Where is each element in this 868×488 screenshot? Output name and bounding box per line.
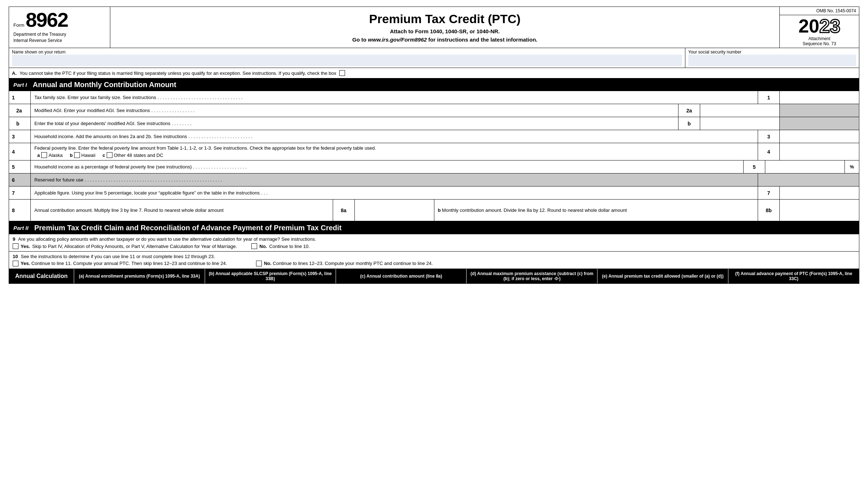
line-5-input[interactable]: [765, 160, 844, 173]
line-7-num: 7: [9, 187, 31, 199]
th-col-d: (d) Annual maximum premium assistance (s…: [467, 269, 597, 283]
line-2b-input[interactable]: [700, 117, 779, 130]
form-right-header: OMB No. 1545-0074 2023 Attachment Sequen…: [779, 7, 859, 48]
line-1-input[interactable]: [779, 91, 859, 104]
form-body-part1: 1 Tax family size. Enter your tax family…: [9, 91, 859, 221]
line-1-num: 1: [9, 91, 31, 104]
line-2b-entry-label: b: [678, 117, 700, 130]
line-3-desc: Household income. Add the amounts on lin…: [31, 130, 758, 143]
name-ssn-row: Name shown on your return Your social se…: [9, 48, 859, 68]
line-5: 5 Household income as a percentage of fe…: [9, 160, 859, 174]
line-10-no: No. Continue to lines 12–23. Compute you…: [256, 261, 433, 266]
part-a-label: A.: [12, 70, 17, 76]
line-9-yes: Yes. Skip to Part IV, Allocation of Poli…: [13, 243, 237, 249]
line-4: 4 Federal poverty line. Enter the federa…: [9, 143, 859, 160]
ssn-field: Your social security number: [685, 48, 859, 68]
line-4-entry-label: 4: [758, 143, 779, 160]
line-2b-desc: Enter the total of your dependents' modi…: [31, 117, 678, 130]
line-8a-section: 8 Annual contribution amount. Multiply l…: [9, 200, 434, 221]
form-subtitle2: Go to www.irs.gov/Form8962 for instructi…: [118, 37, 772, 43]
line-2b: b Enter the total of your dependents' mo…: [9, 117, 859, 130]
other48-checkbox[interactable]: [107, 152, 112, 158]
line-10-yes-checkbox[interactable]: [13, 261, 18, 266]
form-left-header: Form 8962 Department of the Treasury Int…: [9, 7, 110, 48]
line-2a: 2a Modified AGI. Enter your modified AGI…: [9, 104, 859, 117]
line-7-entry-label: 7: [758, 187, 779, 199]
ssn-label: Your social security number: [688, 50, 856, 55]
attachment: Attachment Sequence No. 73: [803, 36, 836, 46]
form-center-header: Premium Tax Credit (PTC) Attach to Form …: [110, 7, 779, 48]
line-9-options: Yes. Skip to Part IV, Allocation of Poli…: [13, 243, 855, 249]
name-field: Name shown on your return: [9, 48, 685, 68]
line-8b-section: b Monthly contribution amount. Divide li…: [434, 200, 859, 221]
year-block: 2023 Attachment Sequence No. 73: [780, 15, 859, 48]
line-8a-num: 8: [9, 200, 31, 221]
part-a-checkbox[interactable]: [339, 70, 345, 76]
table-header: Annual Calculation (a) Annual enrollment…: [9, 269, 859, 284]
part-a: A. You cannot take the PTC if your filin…: [9, 68, 859, 78]
year-bold: 23: [820, 16, 841, 37]
line-4-num: 4: [9, 143, 31, 160]
line-10-no-checkbox[interactable]: [256, 261, 262, 266]
line-9-no-checkbox[interactable]: [251, 243, 257, 249]
line-2a-input[interactable]: [700, 104, 779, 117]
line-9: 9 Are you allocating policy amounts with…: [9, 234, 859, 252]
line-3-entry-label: 3: [758, 130, 779, 143]
ssn-input[interactable]: [688, 55, 856, 66]
line-8b-entry-label: 8b: [758, 200, 779, 221]
name-label: Name shown on your return: [12, 50, 682, 55]
line-2b-num: b: [9, 117, 31, 130]
line-8a-input[interactable]: [354, 200, 434, 221]
line-9-yes-checkbox[interactable]: [13, 243, 18, 249]
line-2a-entry-label: 2a: [678, 104, 700, 117]
line-5-desc: Household income as a percentage of fede…: [31, 160, 743, 173]
th-col-a: (a) Annual enrollment premiums (Form(s) …: [74, 269, 205, 283]
dept-text: Department of the Treasury Internal Reve…: [13, 31, 106, 44]
th-col-f: (f) Annual advance payment of PTC (Form(…: [728, 269, 859, 283]
line-3-input[interactable]: [779, 130, 859, 143]
line-8: 8 Annual contribution amount. Multiply l…: [9, 200, 859, 221]
line-4-desc: Federal poverty line. Enter the federal …: [31, 143, 758, 160]
name-input[interactable]: [12, 55, 682, 66]
line-6: 6 Reserved for future use . . . . . . . …: [9, 174, 859, 187]
line-6-num: 6: [9, 174, 31, 186]
part2-badge: Part II: [13, 225, 29, 231]
th-col-b: (b) Annual applicable SLCSP premium (For…: [205, 269, 336, 283]
part2-header: Part II Premium Tax Credit Claim and Rec…: [9, 221, 859, 234]
line-7: 7 Applicable figure. Using your line 5 p…: [9, 187, 859, 200]
line-2a-num: 2a: [9, 104, 31, 117]
form-title: Premium Tax Credit (PTC): [118, 12, 772, 26]
part1-title: Annual and Monthly Contribution Amount: [33, 81, 176, 89]
line-10: 10 See the instructions to determine if …: [9, 252, 859, 269]
part2-title: Premium Tax Credit Claim and Reconciliat…: [34, 224, 342, 232]
th-col-c: (c) Annual contribution amount (line 8a): [336, 269, 467, 283]
line-8b-desc: b Monthly contribution amount. Divide li…: [434, 200, 758, 221]
line-9-no: No. Continue to line 10.: [251, 243, 310, 249]
line-7-input[interactable]: [779, 187, 859, 199]
form-header: Form 8962 Department of the Treasury Int…: [9, 7, 859, 48]
line-5-num: 5: [9, 160, 31, 173]
omb-number: OMB No. 1545-0074: [780, 7, 859, 15]
line-8a-desc: Annual contribution amount. Multiply lin…: [31, 200, 333, 221]
line-3-num: 3: [9, 130, 31, 143]
part1-badge: Part I: [13, 82, 27, 88]
th-annual-calc: Annual Calculation: [9, 269, 74, 283]
form-subtitle1: Attach to Form 1040, 1040-SR, or 1040-NR…: [118, 28, 772, 34]
line-8b-input[interactable]: [779, 200, 859, 221]
alaska-checkbox[interactable]: [41, 152, 47, 158]
year-first: 20: [799, 16, 820, 37]
line-4-input[interactable]: [779, 143, 859, 160]
hawaii-checkbox[interactable]: [74, 152, 80, 158]
line-2b-gray: [779, 117, 859, 130]
line-5-entry-label: 5: [743, 160, 765, 173]
part-a-text: You cannot take the PTC if your filing s…: [20, 70, 336, 76]
line-10-options: Yes. Continue to line 11. Compute your a…: [13, 261, 855, 266]
line-1-entry-label: 1: [758, 91, 779, 104]
line-8a-entry-label: 8a: [333, 200, 354, 221]
line-2a-desc: Modified AGI. Enter your modified AGI. S…: [31, 104, 678, 117]
percent-sign: %: [844, 160, 859, 173]
line-7-desc: Applicable figure. Using your line 5 per…: [31, 187, 758, 199]
line-2a-gray: [779, 104, 859, 117]
line-1-desc: Tax family size. Enter your tax family s…: [31, 91, 758, 104]
line-1: 1 Tax family size. Enter your tax family…: [9, 91, 859, 104]
